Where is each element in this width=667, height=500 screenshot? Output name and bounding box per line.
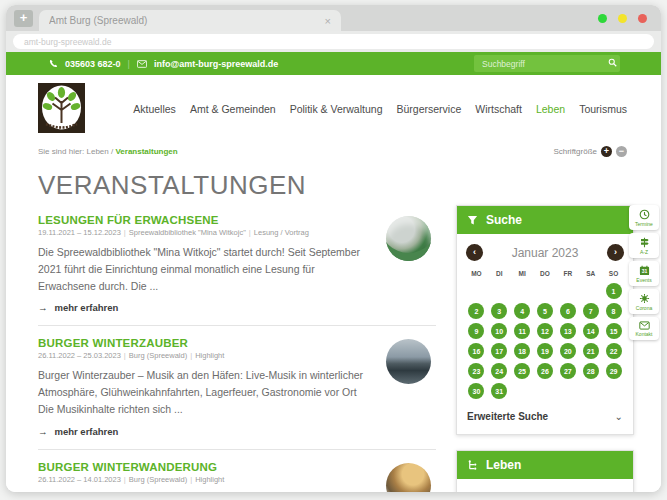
nav-item-aktuelles[interactable]: Aktuelles xyxy=(133,103,176,115)
nav-item-politik-verwaltung[interactable]: Politik & Verwaltung xyxy=(290,103,383,115)
calendar-day-cell: 4 xyxy=(512,303,533,319)
calendar-day-11[interactable]: 11 xyxy=(514,323,530,339)
calendar-day-13[interactable]: 13 xyxy=(560,323,576,339)
calendar-day-cell: 13 xyxy=(557,323,578,339)
winter-forest-photo[interactable] xyxy=(386,463,431,492)
calendar-day-10[interactable]: 10 xyxy=(491,323,507,339)
calendar-day-cell: 22 xyxy=(603,343,624,359)
event-more-label: mehr erfahren xyxy=(55,302,119,313)
calendar-day-21[interactable]: 21 xyxy=(583,343,599,359)
calendar-day-23[interactable]: 23 xyxy=(468,363,484,379)
calendar-day-28[interactable]: 28 xyxy=(583,363,599,379)
event-item: LESUNGEN FÜR ERWACHSENE19.11.2021 – 15.1… xyxy=(38,203,436,325)
calendar-day-cell: 30 xyxy=(466,383,487,399)
browser-tab[interactable]: Amt Burg (Spreewald) × xyxy=(39,10,341,31)
calendar-day-17[interactable]: 17 xyxy=(491,343,507,359)
leben-link-list: Kita, Schulen & HortFreizeiteinrichtunge… xyxy=(457,479,633,492)
calendar-day-cell: 23 xyxy=(466,363,487,379)
calendar-day-19[interactable]: 19 xyxy=(537,343,553,359)
amt-burg-logo[interactable] xyxy=(38,83,85,133)
phone-number[interactable]: 035603 682-0 xyxy=(65,59,121,69)
calendar-day-20[interactable]: 20 xyxy=(560,343,576,359)
window-control-yellow[interactable] xyxy=(618,14,627,23)
quickbar-corona[interactable]: Corona xyxy=(629,289,659,314)
calendar-day-cell: 28 xyxy=(580,363,601,379)
calendar-day-9[interactable]: 9 xyxy=(468,323,484,339)
breadcrumb-parent[interactable]: Leben xyxy=(86,147,108,156)
calendar-day-27[interactable]: 27 xyxy=(560,363,576,379)
new-tab-button[interactable]: + xyxy=(14,10,33,27)
calendar-day-cell: 11 xyxy=(512,323,533,339)
tab-close-icon[interactable]: × xyxy=(325,15,331,27)
url-input[interactable]: amt-burg-spreewald.de xyxy=(13,34,654,49)
calendar-weekday: DO xyxy=(535,270,556,277)
calendar-weekday: SA xyxy=(580,270,601,277)
leben-link-label: Kita, Schulen & Hort xyxy=(480,492,572,493)
calendar-day-cell: 10 xyxy=(489,323,510,339)
event-date-range: 26.11.2022 – 14.01.2023 xyxy=(38,475,121,484)
calendar-day-6[interactable]: 6 xyxy=(560,303,576,319)
calendar-day-31[interactable]: 31 xyxy=(491,383,507,399)
calendar-day-3[interactable]: 3 xyxy=(491,303,507,319)
event-description: Die Spreewaldbibliothek "Mina Witkojc" s… xyxy=(38,244,374,294)
quickbar-a-z[interactable]: A-Z xyxy=(629,233,659,258)
bibliothek-sign-photo[interactable] xyxy=(386,216,431,261)
search-input[interactable] xyxy=(474,59,601,69)
event-more-link[interactable]: →mehr erfahren xyxy=(38,426,374,437)
advanced-search-toggle[interactable]: Erweiterte Suche ⌄ xyxy=(466,411,624,422)
quickbar-kontakt[interactable]: Kontakt xyxy=(629,317,659,340)
site-topbar: 035603 682-0 | info@amt-burg-spreewald.d… xyxy=(6,52,661,75)
window-control-green[interactable] xyxy=(598,14,607,23)
browser-window: + Amt Burg (Spreewald) × amt-burg-spreew… xyxy=(6,5,661,492)
event-description: Erlebnisreiche Winterwanderung - Von der… xyxy=(38,491,374,492)
calendar-day-25[interactable]: 25 xyxy=(514,363,530,379)
calendar-day-24[interactable]: 24 xyxy=(491,363,507,379)
email-address[interactable]: info@amt-burg-spreewald.de xyxy=(154,59,278,69)
event-title[interactable]: LESUNGEN FÜR ERWACHSENE xyxy=(38,214,374,226)
calendar-day-4[interactable]: 4 xyxy=(514,303,530,319)
event-title[interactable]: BURGER WINTERZAUBER xyxy=(38,337,374,349)
quickbar-termine[interactable]: Termine xyxy=(629,205,659,230)
nav-item-tourismus[interactable]: Tourismus xyxy=(579,103,627,115)
event-meta: 19.11.2021 – 15.12.2023|Spreewaldbibliot… xyxy=(38,228,374,237)
calendar-prev-button[interactable]: ‹ xyxy=(466,244,483,261)
leben-link[interactable]: Kita, Schulen & Hort xyxy=(457,488,625,492)
calendar-day-15[interactable]: 15 xyxy=(606,323,622,339)
calendar-day-26[interactable]: 26 xyxy=(537,363,553,379)
calendar-day-14[interactable]: 14 xyxy=(583,323,599,339)
calendar-day-22[interactable]: 22 xyxy=(606,343,622,359)
main-columns: LESUNGEN FÜR ERWACHSENE19.11.2021 – 15.1… xyxy=(38,203,627,492)
window-control-red[interactable] xyxy=(638,14,647,23)
event-more-label: mehr erfahren xyxy=(55,426,119,437)
calendar-day-5[interactable]: 5 xyxy=(537,303,553,319)
calendar-day-29[interactable]: 29 xyxy=(606,363,622,379)
quickbar-events[interactable]: 31Events xyxy=(629,261,659,286)
nav-item-b-rgerservice[interactable]: Bürgerservice xyxy=(396,103,461,115)
calendar-day-1[interactable]: 1 xyxy=(606,283,622,299)
calendar-day-cell: 2 xyxy=(466,303,487,319)
calendar-day-cell: 25 xyxy=(512,363,533,379)
event-more-link[interactable]: →mehr erfahren xyxy=(38,302,374,313)
fontsize-decrease-button[interactable]: − xyxy=(616,146,627,157)
calendar-day-16[interactable]: 16 xyxy=(468,343,484,359)
calendar-next-button[interactable]: › xyxy=(607,244,624,261)
screen: + Amt Burg (Spreewald) × amt-burg-spreew… xyxy=(0,0,667,500)
quickbar-label: Corona xyxy=(630,306,658,311)
quickbar-label: Termine xyxy=(630,222,658,227)
winter-harbour-photo[interactable] xyxy=(386,339,431,384)
svg-text:31: 31 xyxy=(641,268,647,274)
mail-icon xyxy=(137,60,147,68)
calendar-day-18[interactable]: 18 xyxy=(514,343,530,359)
event-title[interactable]: BURGER WINTERWANDERUNG xyxy=(38,461,374,473)
nav-item-wirtschaft[interactable]: Wirtschaft xyxy=(475,103,522,115)
calendar-day-8[interactable]: 8 xyxy=(606,303,622,319)
nav-item-leben[interactable]: Leben xyxy=(536,103,565,115)
event-meta: 26.11.2022 – 14.01.2023|Burg (Spreewald)… xyxy=(38,475,374,484)
calendar-day-12[interactable]: 12 xyxy=(537,323,553,339)
nav-item-amt-gemeinden[interactable]: Amt & Gemeinden xyxy=(190,103,276,115)
calendar-day-7[interactable]: 7 xyxy=(583,303,599,319)
calendar-day-30[interactable]: 30 xyxy=(468,383,484,399)
calendar-day-2[interactable]: 2 xyxy=(468,303,484,319)
search-icon[interactable] xyxy=(601,58,624,69)
fontsize-increase-button[interactable]: + xyxy=(601,146,612,157)
